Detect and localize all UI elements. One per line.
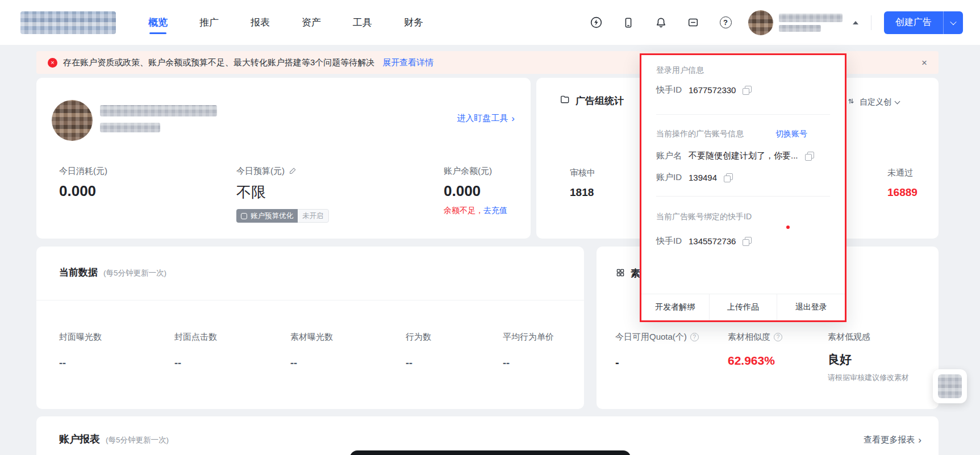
similarity-value: 62.963% — [728, 354, 782, 368]
switch-account-link[interactable]: 切换账号 — [775, 129, 807, 139]
caret-up-icon — [853, 21, 858, 24]
more-reports-label: 查看更多报表 — [864, 435, 915, 445]
user-info-popup: 登录用户信息 快手ID 1677572330 当前操作的广告账号信息 切换账号 … — [640, 53, 846, 322]
tab-overview-label: 概览 — [148, 16, 168, 29]
dashboard-page: 概览 推广 报表 资产 工具 财务 — [0, 0, 980, 455]
help-glyph: ? — [720, 16, 732, 28]
bound-id-section-title: 当前广告账号绑定的快手ID — [656, 212, 752, 222]
current-account-section: 当前操作的广告账号信息 切换账号 — [656, 129, 807, 139]
similarity-label: 素材相似度 — [728, 332, 770, 343]
similarity-stat: 素材相似度 ? 62.963% — [728, 332, 782, 368]
stat-label: 行为数 — [406, 332, 431, 343]
customize-selector[interactable]: 自定义创 — [846, 97, 899, 107]
lightning-circle-icon[interactable] — [589, 16, 603, 30]
current-data-title: 当前数据 — [59, 266, 98, 279]
tab-underline — [201, 32, 218, 34]
help-icon[interactable]: ? — [690, 333, 699, 341]
rejected-value: 16889 — [887, 186, 918, 199]
current-account-title: 当前操作的广告账号信息 — [656, 129, 744, 139]
kuaishou-id-value: 1677572330 — [689, 85, 736, 95]
chevron-down-icon — [895, 98, 900, 104]
popup-divider — [656, 196, 830, 197]
stat-column: 行为数 -- — [406, 332, 431, 369]
bound-kuaishou-id-value: 1345572736 — [689, 236, 736, 246]
quality-value: 良好 — [828, 352, 914, 368]
tab-promotion[interactable]: 推广 — [199, 11, 219, 34]
today-consume-stat: 今日消耗(元) 0.000 — [59, 166, 107, 200]
monitor-tool-link[interactable]: 进入盯盘工具 › — [457, 113, 515, 124]
login-kuaishou-id-row: 快手ID 1677572330 — [656, 85, 752, 95]
widget-thumbnail-redacted — [938, 374, 962, 398]
sort-columns-icon — [846, 97, 856, 107]
quality-label: 素材低观感 — [828, 332, 870, 343]
consume-value: 0.000 — [59, 182, 107, 200]
copy-icon[interactable] — [724, 173, 733, 182]
account-name-label: 账户名 — [656, 151, 682, 161]
folder-icon — [559, 94, 570, 107]
stat-value: -- — [59, 357, 102, 369]
recharge-link[interactable]: 去充值 — [483, 206, 507, 216]
create-ad-button[interactable]: 创建广告 — [884, 11, 963, 34]
expand-details-link[interactable]: 展开查看详情 — [382, 57, 433, 68]
cross-glyph: × — [51, 59, 54, 66]
tab-underline — [405, 32, 422, 34]
header-icons: ? — [589, 16, 732, 30]
help-icon[interactable]: ? — [774, 333, 782, 341]
top-nav-bar: 概览 推广 报表 资产 工具 财务 — [0, 0, 980, 45]
avatar — [748, 10, 773, 35]
floating-assistant-widget[interactable] — [933, 369, 967, 403]
kuaishou-id-label: 快手ID — [656, 85, 682, 95]
account-id-value: 139494 — [689, 173, 717, 182]
account-report-card: 账户报表 (每5分钟更新一次) 查看更多报表 › — [36, 416, 939, 455]
copy-icon[interactable] — [743, 86, 752, 95]
bottom-overlay-bar — [350, 450, 631, 455]
help-icon[interactable]: ? — [719, 16, 732, 30]
account-overview-card: 进入盯盘工具 › 今日消耗(元) 0.000 今日预算(元) 不限 账户预算优化… — [36, 78, 531, 239]
upload-works-button[interactable]: 上传作品 — [709, 294, 777, 320]
logout-button[interactable]: 退出登录 — [777, 294, 845, 320]
stat-column: 素材曝光数 -- — [290, 332, 333, 369]
budget-optimization-badge[interactable]: 账户预算优化 未开启 — [236, 209, 329, 223]
alert-text: 存在账户资质或政策、账户余额或预算不足、最大转化账户搭建等3个问题等待解决 — [63, 57, 374, 68]
message-icon[interactable] — [686, 16, 700, 30]
in-review-value: 1818 — [570, 186, 595, 199]
tab-assets[interactable]: 资产 — [302, 11, 321, 34]
stat-column: 封面点击数 -- — [174, 332, 217, 369]
mobile-icon[interactable] — [622, 16, 635, 30]
account-name-row: 账户名 不要随便创建计划了，你要... — [656, 151, 814, 161]
edit-budget-icon[interactable] — [289, 166, 297, 177]
popup-action-bar: 开发者解绑 上传作品 退出登录 — [641, 294, 845, 320]
tab-underline — [354, 32, 371, 34]
developer-unbind-button[interactable]: 开发者解绑 — [641, 294, 709, 320]
budget-badge-left: 账户预算优化 — [236, 209, 298, 223]
close-icon[interactable]: × — [921, 58, 927, 68]
bell-icon[interactable] — [654, 16, 668, 30]
popup-divider — [656, 114, 830, 115]
stat-value: -- — [503, 357, 554, 369]
balance-value: 0.000 — [444, 182, 507, 200]
budget-badge-state: 未开启 — [298, 209, 329, 223]
tab-tools[interactable]: 工具 — [353, 11, 372, 34]
tab-overview[interactable]: 概览 — [148, 11, 168, 34]
tab-assets-label: 资产 — [302, 16, 321, 29]
quota-label: 今日可用Quota(个) — [615, 332, 687, 343]
balance-label: 账户余额(元) — [444, 166, 507, 177]
adgroup-card-title: 广告组统计 — [576, 94, 624, 107]
rejected-stat: 未通过 16889 — [887, 168, 918, 199]
customize-label: 自定义创 — [860, 97, 891, 107]
tab-reports[interactable]: 报表 — [251, 11, 270, 34]
report-title: 账户报表 — [59, 432, 100, 446]
tab-tools-label: 工具 — [353, 16, 372, 29]
user-menu[interactable] — [748, 10, 858, 35]
account-name-value: 不要随便创建计划了，你要... — [689, 151, 798, 161]
budget-badge-label: 账户预算优化 — [251, 211, 293, 221]
error-icon: × — [48, 58, 57, 68]
more-reports-link[interactable]: 查看更多报表 › — [864, 435, 921, 445]
grid-icon — [615, 268, 625, 280]
copy-icon[interactable] — [743, 237, 752, 246]
current-data-card: 当前数据 (每5分钟更新一次) 封面曝光数 -- 封面点击数 -- 素材曝光数 … — [36, 247, 584, 409]
copy-icon[interactable] — [805, 152, 814, 161]
tab-finance[interactable]: 财务 — [404, 11, 423, 34]
create-ad-dropdown[interactable] — [944, 11, 963, 34]
card-divider — [36, 300, 584, 300]
